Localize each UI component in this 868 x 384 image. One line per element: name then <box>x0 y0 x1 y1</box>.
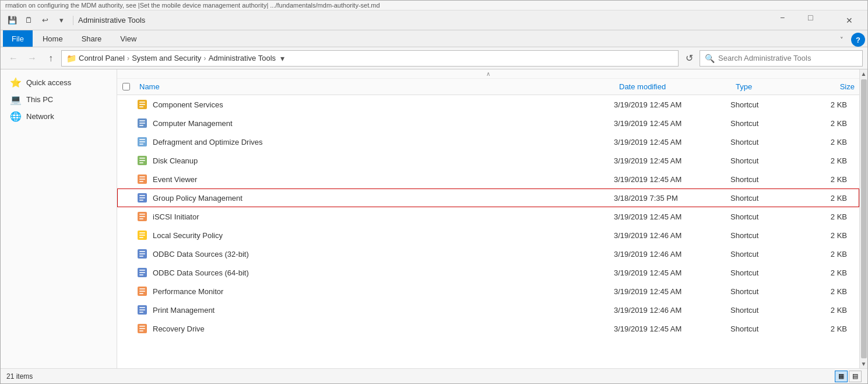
minimize-button[interactable]: − <box>780 13 807 28</box>
table-row[interactable]: Performance Monitor 3/19/2019 12:45 AM S… <box>117 282 859 301</box>
sidebar-item-network[interactable]: 🌐 Network <box>1 108 117 125</box>
scrollbar[interactable]: ▲ ▼ <box>859 69 867 368</box>
select-all-checkbox[interactable] <box>117 83 135 90</box>
file-icon <box>135 284 149 298</box>
svg-rect-47 <box>139 312 143 313</box>
breadcrumb-control-panel[interactable]: Control Panel <box>79 54 125 62</box>
refresh-button[interactable]: ↺ <box>681 50 697 67</box>
details-view-button[interactable]: ▦ <box>835 371 848 382</box>
table-row[interactable]: Disk Cleanup 3/19/2019 12:45 AM Shortcut… <box>117 151 859 170</box>
file-type: Shortcut <box>730 250 800 259</box>
tab-share[interactable]: Share <box>73 30 111 47</box>
search-input[interactable] <box>718 54 858 62</box>
column-type[interactable]: Type <box>731 81 801 92</box>
up-button[interactable]: ↑ <box>43 50 59 67</box>
file-name: Defragment and Optimize Drives <box>153 138 614 146</box>
file-name: Performance Monitor <box>153 287 614 296</box>
address-dropdown-button[interactable]: ▾ <box>278 53 287 64</box>
title-bar: 💾 🗒 ↩ ▾ Administrative Tools − □ ✕ <box>1 11 867 30</box>
file-size: 2 KB <box>800 250 859 259</box>
sidebar-label-network: Network <box>26 112 54 121</box>
file-type: Shortcut <box>730 156 800 165</box>
file-date: 3/19/2019 12:45 AM <box>614 138 730 146</box>
table-row[interactable]: ODBC Data Sources (32-bit) 3/19/2019 12:… <box>117 245 859 263</box>
file-icon <box>135 266 149 280</box>
svg-rect-33 <box>139 251 145 252</box>
undo-button[interactable]: ↩ <box>38 13 52 27</box>
table-row[interactable]: Group Policy Management 3/18/2019 7:35 P… <box>117 188 859 207</box>
search-icon: 🔍 <box>705 54 715 63</box>
table-row[interactable]: Event Viewer 3/19/2019 12:45 AM Shortcut… <box>117 170 859 188</box>
file-name: iSCSI Initiator <box>153 212 614 221</box>
table-row[interactable]: Print Management 3/19/2019 12:46 AM Shor… <box>117 301 859 319</box>
file-date: 3/19/2019 12:45 AM <box>614 156 730 165</box>
scroll-down-button[interactable]: ▼ <box>861 361 867 367</box>
help-button[interactable]: ? <box>851 33 865 47</box>
file-list: Component Services 3/19/2019 12:45 AM Sh… <box>117 95 859 368</box>
breadcrumb-admin-tools[interactable]: Administrative Tools <box>209 54 276 62</box>
table-row[interactable]: Component Services 3/19/2019 12:45 AM Sh… <box>117 95 859 114</box>
tab-home[interactable]: Home <box>34 30 72 47</box>
item-count: 21 items <box>6 372 33 380</box>
sidebar-item-this-pc[interactable]: 💻 This PC <box>1 91 117 108</box>
table-row[interactable]: Recovery Drive 3/19/2019 12:45 AM Shortc… <box>117 319 859 338</box>
table-row[interactable]: Local Security Policy 3/19/2019 12:46 AM… <box>117 226 859 245</box>
file-icon <box>135 172 149 186</box>
file-icon <box>135 322 149 336</box>
file-area: ∧ Name Date modified Type Size <box>117 69 859 368</box>
svg-rect-18 <box>139 179 145 180</box>
file-name: Local Security Policy <box>153 231 614 240</box>
table-row[interactable]: iSCSI Initiator 3/19/2019 12:45 AM Short… <box>117 207 859 226</box>
file-name: Component Services <box>153 100 614 109</box>
file-type: Shortcut <box>730 212 800 221</box>
properties-button[interactable]: 🗒 <box>22 13 36 27</box>
search-box[interactable]: 🔍 <box>700 50 863 67</box>
column-size[interactable]: Size <box>801 81 859 92</box>
column-date-modified[interactable]: Date modified <box>614 81 731 92</box>
ribbon-collapse-button[interactable]: ˅ <box>835 33 849 47</box>
tab-file[interactable]: File <box>3 30 33 47</box>
table-row[interactable]: ODBC Data Sources (64-bit) 3/19/2019 12:… <box>117 263 859 282</box>
select-all-input[interactable] <box>122 83 130 90</box>
file-name: Disk Cleanup <box>153 156 614 165</box>
scroll-thumb[interactable] <box>861 79 867 358</box>
svg-rect-3 <box>139 106 143 107</box>
scroll-up-button[interactable]: ▲ <box>861 71 867 77</box>
svg-rect-41 <box>139 288 145 289</box>
svg-rect-43 <box>139 293 143 294</box>
table-row[interactable]: Computer Management 3/19/2019 12:45 AM S… <box>117 114 859 132</box>
tab-view[interactable]: View <box>111 30 145 47</box>
save-button[interactable]: 💾 <box>5 13 19 27</box>
list-view-button[interactable]: ▤ <box>849 371 862 382</box>
sidebar-item-quick-access[interactable]: ⭐ Quick access <box>1 74 117 91</box>
svg-rect-25 <box>139 214 145 215</box>
quick-access-icon: ⭐ <box>10 77 22 88</box>
network-icon: 🌐 <box>10 111 22 122</box>
maximize-button[interactable]: □ <box>808 13 835 28</box>
address-path[interactable]: 📁 Control Panel › System and Security › … <box>61 50 679 67</box>
breadcrumb-system-security[interactable]: System and Security <box>132 54 201 62</box>
file-name: Computer Management <box>153 119 614 128</box>
close-button[interactable]: ✕ <box>836 13 863 28</box>
svg-rect-1 <box>139 102 145 103</box>
back-button[interactable]: ← <box>5 50 22 67</box>
sidebar-label-this-pc: This PC <box>26 95 53 104</box>
undo-dropdown-button[interactable]: ▾ <box>54 13 68 27</box>
svg-rect-22 <box>139 197 145 198</box>
file-type: Shortcut <box>730 287 800 296</box>
table-row[interactable]: Defragment and Optimize Drives 3/19/2019… <box>117 132 859 151</box>
address-bar: ← → ↑ 📁 Control Panel › System and Secur… <box>1 47 867 69</box>
view-buttons: ▦ ▤ <box>835 371 862 382</box>
forward-button[interactable]: → <box>24 50 40 67</box>
file-icon <box>135 247 149 261</box>
file-icon <box>135 153 149 167</box>
file-icon <box>135 303 149 317</box>
svg-rect-17 <box>139 176 145 177</box>
svg-rect-29 <box>139 232 145 233</box>
file-type: Shortcut <box>730 138 800 146</box>
column-name[interactable]: Name <box>135 81 614 92</box>
file-type: Shortcut <box>730 268 800 277</box>
file-size: 2 KB <box>800 324 859 333</box>
svg-rect-26 <box>139 216 145 217</box>
ribbon: File Home Share View ˅ ? <box>1 30 867 47</box>
